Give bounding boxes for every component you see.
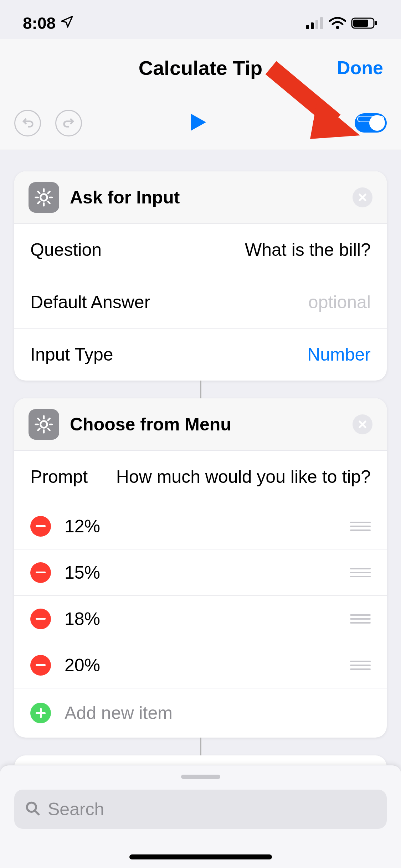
remove-item-button[interactable] (30, 562, 51, 583)
search-panel[interactable]: Search (0, 765, 401, 868)
action-card-ask-input: Ask for Input Question What is the bill?… (14, 171, 387, 381)
drag-handle-icon[interactable] (350, 568, 371, 577)
svg-line-12 (35, 811, 39, 815)
svg-point-4 (336, 26, 339, 29)
svg-point-10 (41, 421, 47, 428)
add-item-button[interactable] (30, 703, 51, 723)
status-time: 8:08 (23, 14, 56, 33)
drag-handle-icon[interactable] (350, 614, 371, 624)
remove-item-button[interactable] (30, 655, 51, 676)
svg-rect-1 (311, 22, 314, 29)
svg-rect-6 (353, 20, 368, 27)
menu-item-label[interactable]: 18% (65, 609, 336, 629)
menu-item-label[interactable]: 20% (65, 655, 336, 676)
redo-button[interactable] (55, 110, 82, 136)
param-row-question[interactable]: Question What is the bill? (14, 224, 387, 276)
param-row-default-answer[interactable]: Default Answer optional (14, 276, 387, 329)
param-value: Number (307, 344, 371, 365)
delete-action-button[interactable] (353, 187, 372, 207)
share-button[interactable] (313, 110, 333, 136)
delete-action-button[interactable] (353, 414, 372, 434)
gear-icon (29, 409, 59, 440)
action-title: Ask for Input (70, 187, 342, 208)
run-button[interactable] (186, 111, 209, 135)
menu-item: 12% (14, 503, 387, 549)
param-row-prompt[interactable]: Prompt How much would you like to tip? (14, 451, 387, 503)
menu-item: 15% (14, 549, 387, 596)
svg-rect-7 (375, 21, 377, 25)
remove-item-button[interactable] (30, 609, 51, 629)
wifi-icon (329, 17, 346, 30)
location-icon (60, 14, 74, 33)
flow-connector (200, 738, 201, 755)
param-label: Prompt (30, 466, 88, 487)
action-card-choose-menu: Choose from Menu Prompt How much would y… (14, 398, 387, 738)
search-placeholder: Search (48, 799, 104, 820)
done-button[interactable]: Done (337, 57, 383, 78)
page-title: Calculate Tip (139, 56, 263, 79)
drag-handle-icon[interactable] (350, 661, 371, 670)
add-item-label: Add new item (65, 703, 173, 723)
param-label: Question (30, 239, 102, 260)
add-item-row[interactable]: Add new item (14, 688, 387, 738)
undo-button[interactable] (14, 110, 41, 136)
flow-connector (200, 381, 201, 398)
svg-point-9 (41, 194, 47, 201)
status-bar: 8:08 (0, 0, 401, 39)
svg-rect-2 (315, 20, 318, 29)
param-row-input-type[interactable]: Input Type Number (14, 329, 387, 381)
menu-item: 20% (14, 642, 387, 688)
param-value: optional (308, 292, 371, 312)
cellular-icon (306, 17, 324, 29)
svg-rect-0 (306, 25, 309, 29)
remove-item-button[interactable] (30, 516, 51, 537)
action-title: Choose from Menu (70, 414, 342, 435)
svg-rect-3 (320, 17, 323, 29)
search-icon (25, 801, 41, 818)
battery-icon (351, 17, 378, 30)
gear-icon (29, 182, 59, 213)
header: Calculate Tip Done (0, 39, 401, 150)
param-label: Input Type (30, 344, 113, 365)
param-value: What is the bill? (245, 239, 371, 260)
menu-item-label[interactable]: 12% (65, 516, 336, 537)
param-label: Default Answer (30, 292, 150, 312)
home-indicator[interactable] (129, 854, 272, 859)
param-value: How much would you like to tip? (116, 466, 371, 487)
drag-handle-icon[interactable] (350, 522, 371, 531)
menu-item: 18% (14, 596, 387, 642)
menu-item-label[interactable]: 15% (65, 562, 336, 583)
panel-grabber[interactable] (181, 775, 220, 779)
settings-toggle[interactable] (355, 113, 387, 133)
search-input[interactable]: Search (14, 790, 387, 829)
